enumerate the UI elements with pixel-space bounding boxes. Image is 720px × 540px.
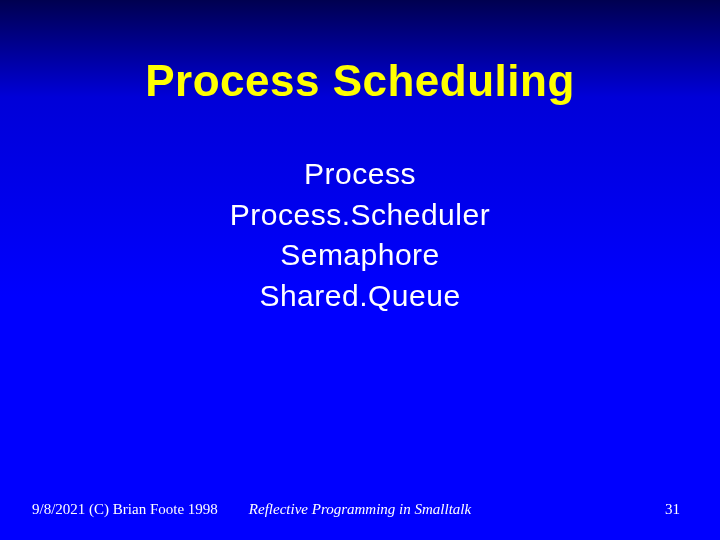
list-item: Process xyxy=(0,154,720,195)
list-item: Shared.Queue xyxy=(0,276,720,317)
body-list: Process Process.Scheduler Semaphore Shar… xyxy=(0,154,720,316)
footer: 9/8/2021 (C) Brian Foote 1998 Reflective… xyxy=(0,494,720,518)
footer-page-number: 31 xyxy=(665,501,680,518)
list-item: Process.Scheduler xyxy=(0,195,720,236)
footer-presentation-title: Reflective Programming in Smalltalk xyxy=(0,501,720,518)
slide: Process Scheduling Process Process.Sched… xyxy=(0,0,720,540)
list-item: Semaphore xyxy=(0,235,720,276)
slide-title: Process Scheduling xyxy=(0,0,720,106)
